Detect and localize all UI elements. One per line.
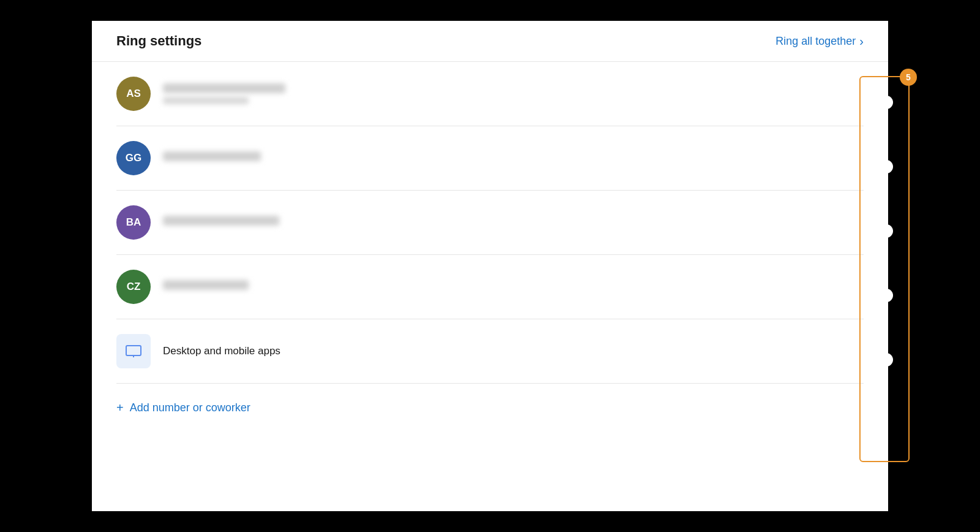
ring-settings-header: Ring settings Ring all together › bbox=[92, 21, 888, 62]
add-number-row[interactable]: + Add number or coworker bbox=[116, 384, 864, 432]
contact-detail bbox=[163, 97, 249, 104]
contact-name bbox=[163, 216, 279, 226]
avatar-initials: BA bbox=[126, 216, 141, 229]
add-icon: + bbox=[116, 401, 124, 415]
avatar: GG bbox=[116, 141, 151, 175]
avatar: AS bbox=[116, 77, 151, 111]
toggle-column-highlight: 5 bbox=[859, 76, 910, 462]
table-row: CZ bbox=[116, 255, 864, 319]
chevron-right-icon: › bbox=[859, 34, 864, 48]
contact-info: Desktop and mobile apps bbox=[163, 345, 864, 357]
ring-all-together-label: Ring all together bbox=[775, 35, 856, 48]
contact-name bbox=[163, 280, 249, 290]
page-title: Ring settings bbox=[116, 33, 202, 49]
contact-name bbox=[163, 83, 285, 93]
avatar-initials: CZ bbox=[127, 281, 141, 293]
contact-info bbox=[163, 151, 864, 165]
avatar-initials: AS bbox=[126, 88, 141, 100]
contact-info bbox=[163, 83, 864, 104]
table-row: AS bbox=[116, 62, 864, 126]
contact-list: 5 AS GG bbox=[92, 62, 888, 432]
table-row: GG bbox=[116, 126, 864, 191]
contact-info bbox=[163, 280, 864, 294]
add-label: Add number or coworker bbox=[130, 401, 251, 414]
apps-row: Desktop and mobile apps bbox=[116, 319, 864, 384]
avatar-initials: GG bbox=[126, 152, 141, 164]
svg-rect-0 bbox=[126, 346, 141, 355]
avatar-apps bbox=[116, 334, 151, 368]
avatar: CZ bbox=[116, 270, 151, 304]
contact-name bbox=[163, 151, 261, 161]
table-row: BA bbox=[116, 191, 864, 255]
avatar: BA bbox=[116, 205, 151, 240]
ring-all-together-link[interactable]: Ring all together › bbox=[775, 34, 864, 48]
apps-label: Desktop and mobile apps bbox=[163, 345, 281, 357]
badge-count: 5 bbox=[900, 69, 917, 86]
contact-info bbox=[163, 216, 864, 229]
